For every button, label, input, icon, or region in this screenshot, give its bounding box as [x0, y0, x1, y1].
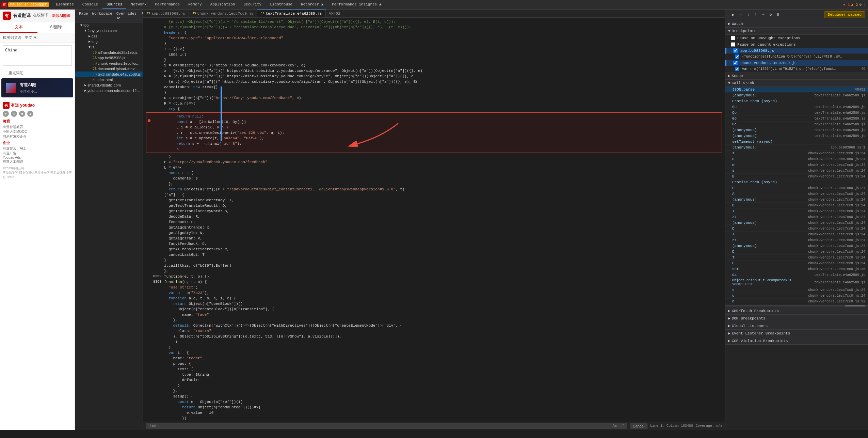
tree-item-fanyi[interactable]: ▼ fanyi.youdao.com [75, 28, 143, 33]
youdao-tab-text[interactable]: 文本 [0, 22, 37, 33]
tree-item-chunk-vendors[interactable]: JS chunk-vendors.1ecc7cc0.js [75, 61, 143, 66]
bp-checkbox-app[interactable] [733, 48, 738, 53]
watch-section-header[interactable]: ▶ Watch [725, 20, 868, 28]
callstack-item-t3[interactable]: T chunk-vendors.1ecc7cc0.js:24 [725, 255, 868, 261]
callstack-item-anon-5[interactable]: (anonymous) chunk-vendors.1ecc7cc0.js:24 [725, 197, 868, 203]
youdao-keyword-checkbox[interactable] [3, 71, 7, 75]
callstack-item-go[interactable]: Go textTranslate.e4a62589.js [725, 104, 868, 110]
global-listeners-header[interactable]: ▶ Global Listeners [725, 322, 868, 330]
more-icon[interactable]: ⋮ [863, 2, 867, 7]
callstack-item-anon-1[interactable]: (anonymous) textTranslate.e4a62589.js [725, 93, 868, 98]
file-tab-app[interactable]: JS app.bc983968.js [143, 10, 189, 17]
social-icon-2[interactable]: ✕ [11, 111, 17, 117]
case-sensitive-btn[interactable]: Aa [612, 424, 618, 428]
callstack-item-promise-1[interactable]: Promise.then (async) [725, 98, 868, 104]
callstack-item-settimeout[interactable]: setTimeout (async) [725, 139, 868, 145]
panel-menu[interactable]: ⋮ [139, 11, 143, 21]
find-input[interactable] [158, 424, 610, 428]
callstack-item-t2[interactable]: T chunk-vendors.1ecc7cc0.js:24 [725, 232, 868, 237]
callstack-item-d2[interactable]: D chunk-vendors.1ecc7cc0.js:24 [725, 226, 868, 232]
file-tab-texttranslate[interactable]: JS textTranslate.e4a62589.js [257, 10, 326, 17]
tree-item-css[interactable]: ▶ css [75, 33, 143, 39]
file-tab-vm452[interactable]: VM452 [326, 10, 344, 17]
step-over-btn[interactable]: ↷ [738, 12, 744, 18]
pause-uncaught-option[interactable]: Pause on uncaught exceptions [725, 35, 868, 41]
youdao-nav-ai[interactable]: 新版AI翻译 [51, 13, 72, 19]
breakpoints-section-header[interactable]: ▼ Breakpoints [725, 28, 868, 35]
step-into-btn[interactable]: ↓ [745, 12, 751, 18]
callstack-item-object-oninput[interactable]: Object.oninput.t.<computed>.1.<computed>… [725, 278, 868, 287]
tab-elements[interactable]: Elements [52, 1, 78, 9]
callstack-item-zt1[interactable]: zt chunk-vendors.1ecc7cc0.js:24 [725, 214, 868, 220]
callstack-item-promise-2[interactable]: Promise.then (async) [725, 179, 868, 185]
pause-exception-btn[interactable]: ⏸ [775, 12, 781, 18]
callstack-item-t1[interactable]: T chunk-vendors.1ecc7cc0.js:24 [725, 208, 868, 214]
callstack-item-c[interactable]: C chunk-vendors.1ecc7cc0.js:24 [725, 261, 868, 266]
callstack-item-qo[interactable]: Qo textTranslate.e4a62589.js [725, 110, 868, 116]
social-icon-4[interactable]: ▲ [27, 111, 33, 117]
tab-workspace[interactable]: Workspace [91, 11, 113, 21]
youdao-nav-online[interactable]: 在线翻译 [33, 13, 48, 19]
tab-page[interactable]: Page [78, 11, 89, 21]
callstack-item-b[interactable]: B chunk-vendors.1ecc7cc0.js:24 [725, 174, 868, 179]
callstack-item-zt2[interactable]: zt chunk-vendors.1ecc7cc0.js:24 [725, 237, 868, 243]
tab-recorder[interactable]: Recorder ▲ [297, 1, 327, 9]
tree-item-ydluna[interactable]: ▶ ydlunacommon-cdn.nosdn.127.net [75, 88, 143, 93]
step-out-btn[interactable]: ↑ [753, 12, 759, 18]
callstack-item-anon-2[interactable]: (anonymous) textTranslate.e4a62589.js [725, 127, 868, 133]
tree-item-app[interactable]: JS app.bc983968.js [75, 55, 143, 61]
social-icon-3[interactable]: ■ [19, 111, 25, 117]
xhr-breakpoints-header[interactable]: ▶ XHR/fetch Breakpoints [725, 307, 868, 315]
bp-code-checkbox-1[interactable] [735, 54, 739, 59]
tree-item-texttranslate[interactable]: JS textTranslate.e4a62589.js [75, 72, 143, 77]
callstack-item-s1[interactable]: s chunk-vendors.1ecc7cc0.js:24 [725, 151, 868, 156]
tab-security[interactable]: Security [239, 1, 266, 9]
file-tab-chunk-vendors[interactable]: JS chunk-vendors.1ecc7cc0.js [189, 10, 257, 17]
callstack-item-da[interactable]: da textTranslate.e4a62589.js [725, 272, 868, 278]
tree-item-img[interactable]: ▶ img [75, 39, 143, 44]
callstack-item-anon-7[interactable]: (anonymous) chunk-vendors.1ecc7cc0.js:24 [725, 243, 868, 249]
tree-item-top[interactable]: ▼ top [75, 22, 143, 28]
callstack-item-json-parse[interactable]: JSON.parse VM452 [725, 87, 868, 93]
callstack-item-a[interactable]: A chunk-vendors.1ecc7cc0.js:24 [725, 191, 868, 197]
regex-btn[interactable]: .* [619, 424, 625, 428]
youdao-tab-ai[interactable]: AI翻译 [37, 22, 75, 33]
callstack-item-w[interactable]: w chunk-vendors.1ecc7cc0.js:24 [725, 162, 868, 168]
youdao-text-input[interactable]: China [3, 45, 72, 66]
pause-caught-option[interactable]: Pause on caught exceptions [725, 41, 868, 48]
deactivate-btn[interactable]: ⊘ [768, 12, 774, 18]
callstack-item-s3[interactable]: s chunk-vendors.1ecc7cc0.js:24 [725, 287, 868, 293]
settings-icon[interactable]: ⚙ [859, 2, 862, 7]
tab-lighthouse[interactable]: Lighthouse [266, 1, 296, 9]
tree-item-shared[interactable]: ▶ shared.ydstatic.com [75, 82, 143, 88]
callstack-item-set[interactable]: set chunk-vendors.1ecc7cc0.js:36 [725, 266, 868, 272]
tab-performance-insights[interactable]: Performance insights ▲ [328, 1, 385, 9]
tab-console[interactable]: Console [78, 1, 102, 9]
tab-network[interactable]: Network [127, 1, 150, 9]
tree-item-js[interactable]: ▼ js [75, 44, 143, 50]
callstack-item-e[interactable]: E chunk-vendors.1ecc7cc0.js:24 [725, 185, 868, 191]
callstack-item-go2[interactable]: Go textTranslate.e4a62589.js [725, 116, 868, 122]
pause-uncaught-checkbox[interactable] [731, 36, 735, 40]
callstack-item-oa[interactable]: Oa textTranslate.e4a62589.js [725, 122, 868, 127]
callstack-item-anon-6[interactable]: (anonymous) chunk-vendors.1ecc7cc0.js:24 [725, 220, 868, 226]
callstack-item-u[interactable]: u chunk-vendors.1ecc7cc0.js:24 [725, 156, 868, 162]
callstack-item-n[interactable]: n chunk-vendors.1ecc7cc0.js:32 [725, 299, 868, 304]
youdao-detect[interactable]: 检测到英语 - 中文 ▼ [0, 33, 75, 43]
callstack-item-d3[interactable]: D chunk-vendors.1ecc7cc0.js:24 [725, 249, 868, 255]
tab-application[interactable]: Application [206, 1, 239, 9]
tab-memory[interactable]: Memory [184, 1, 206, 9]
tree-item-docupload[interactable]: JS documentUpload->textTranslate.11 [75, 66, 143, 72]
tab-sources[interactable]: Sources [102, 1, 126, 9]
scope-section-header[interactable]: ▶ Scope [725, 72, 868, 80]
bp-checkbox-chunk[interactable] [733, 61, 738, 65]
event-listener-header[interactable]: ▶ Event Listener Breakpoints [725, 330, 868, 337]
social-icon-1[interactable]: ● [3, 111, 9, 117]
tree-item-index[interactable]: H index.html [75, 77, 143, 82]
code-content[interactable]: = {e,t,c}=>Object(a["c"])(u + "/translat… [143, 18, 725, 422]
callstack-section-header[interactable]: ▼ Call Stack [725, 80, 868, 87]
scrollbar-thumb-h[interactable] [845, 305, 865, 307]
tab-overrides[interactable]: Overrides ≫ [115, 11, 138, 21]
callstack-item-s2[interactable]: s chunk-vendors.1ecc7cc0.js:24 [725, 168, 868, 174]
resume-btn[interactable]: ▶ [730, 12, 736, 18]
